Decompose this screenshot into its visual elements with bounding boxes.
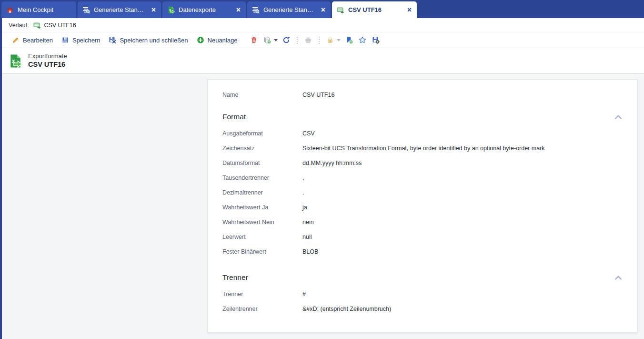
- field-row-zeichensatz: Zeichensatz Sixteen-bit UCS Transformati…: [222, 141, 623, 155]
- field-label: Zeichensatz: [222, 145, 302, 152]
- lock-button[interactable]: [323, 35, 337, 45]
- bookmark-add-button[interactable]: [342, 35, 356, 45]
- field-row-zeilentrenner: Zeilentrenner &#xD; (entspricht Zeilenum…: [222, 301, 623, 316]
- field-row-name: Name CSV UTF16: [222, 87, 623, 102]
- tab-datenexporte[interactable]: x Datenexporte ×: [162, 1, 246, 18]
- field-label: Zeilentrenner: [222, 306, 302, 312]
- save-icon: [61, 36, 69, 44]
- section-header-trenner: Trenner: [222, 268, 623, 287]
- field-row-fester-binaerwert: Fester Binärwert BLOB: [222, 244, 623, 259]
- detail-form-panel: Name CSV UTF16 Format Ausgabeformat CSV …: [208, 79, 637, 333]
- save-settings-button[interactable]: [369, 35, 382, 45]
- tab-generierte-standard-2[interactable]: Generierte Standar... ×: [247, 1, 331, 18]
- field-row-dezimaltrenner: Dezimaltrenner .: [222, 185, 623, 200]
- field-label: Name: [222, 92, 302, 98]
- tab-generierte-standard-1[interactable]: Generierte Standar... ×: [78, 1, 161, 18]
- application-window: Mein Cockpit Generierte Standar... × x D…: [0, 0, 644, 339]
- tab-close-icon[interactable]: ×: [407, 6, 412, 14]
- refresh-button[interactable]: [280, 35, 293, 45]
- excel-export-icon: x: [8, 54, 22, 68]
- field-value: &#xD; (entspricht Zeilenumbruch): [302, 306, 391, 312]
- bookmark-add-icon: [345, 36, 353, 44]
- save-button[interactable]: Speichern: [57, 35, 105, 45]
- field-label: Dezimaltrenner: [222, 189, 302, 196]
- field-label: Tausendertrenner: [222, 175, 302, 181]
- field-row-wahrheitswert-nein: Wahrheitswert Nein nein: [222, 215, 623, 229]
- content-area: Name CSV UTF16 Format Ausgabeformat CSV …: [2, 74, 644, 339]
- printer-icon: [304, 36, 312, 44]
- toolbar-separator: [297, 37, 298, 44]
- copy-dropdown-caret-icon[interactable]: [274, 39, 278, 41]
- tab-mein-cockpit[interactable]: Mein Cockpit: [1, 1, 76, 18]
- delete-button[interactable]: [247, 35, 261, 45]
- pencil-icon: [12, 36, 20, 44]
- export-document-icon: x: [167, 6, 175, 14]
- field-value: ja: [302, 204, 307, 211]
- page-category: Exportformate: [28, 52, 67, 61]
- edit-button-label: Bearbeiten: [23, 37, 53, 44]
- tab-csv-utf16-active[interactable]: CSV UTF16 ×: [332, 1, 417, 18]
- home-icon: [6, 6, 14, 14]
- refresh-icon: [282, 36, 290, 44]
- edit-button[interactable]: Bearbeiten: [8, 35, 57, 45]
- new-record-button-label: Neuanlage: [208, 37, 238, 44]
- tab-close-icon[interactable]: ×: [236, 6, 241, 14]
- page-header-text: Exportformate CSV UTF16: [28, 52, 67, 70]
- tab-label: Generierte Standar...: [94, 6, 147, 13]
- history-bar: Verlauf: CSV UTF16: [2, 18, 644, 32]
- chevron-up-icon[interactable]: [614, 113, 623, 120]
- field-label: Fester Binärwert: [222, 248, 302, 255]
- page-header: x Exportformate CSV UTF16: [2, 48, 644, 74]
- copy-button[interactable]: [261, 35, 274, 45]
- field-label: Ausgabeformat: [222, 130, 302, 137]
- print-button[interactable]: [302, 35, 315, 45]
- section-header-format: Format: [222, 108, 623, 126]
- field-value: dd.MM.yyyy hh:mm:ss: [302, 160, 362, 166]
- new-record-button[interactable]: Neuanlage: [192, 35, 242, 45]
- save-and-close-button-label: Speichern und schließen: [120, 37, 188, 44]
- field-row-trenner: Trenner #: [222, 287, 623, 301]
- copy-add-icon: [263, 36, 271, 44]
- lock-icon: [326, 36, 334, 44]
- trash-icon: [250, 36, 258, 44]
- field-value: nein: [302, 219, 314, 226]
- table-export-icon: [33, 21, 41, 29]
- field-value: BLOB: [302, 248, 318, 255]
- tab-close-icon[interactable]: ×: [321, 6, 326, 14]
- field-row-datumsformat: Datumsformat dd.MM.yyyy hh:mm:ss: [222, 155, 623, 170]
- history-label: Verlauf:: [9, 22, 29, 29]
- tab-label: Datenexporte: [179, 6, 232, 13]
- field-label: Datumsformat: [222, 160, 302, 166]
- tab-label: Mein Cockpit: [18, 6, 71, 13]
- history-item-label: CSV UTF16: [44, 22, 76, 29]
- field-row-ausgabeformat: Ausgabeformat CSV: [222, 126, 623, 141]
- save-gear-icon: [372, 36, 380, 44]
- section-title: Trenner: [222, 273, 248, 282]
- field-value: .: [302, 189, 304, 196]
- field-value: null: [302, 234, 312, 240]
- field-value: CSV: [302, 130, 315, 137]
- save-and-close-button[interactable]: Speichern und schließen: [104, 35, 192, 45]
- field-row-tausendertrenner: Tausendertrenner ,: [222, 170, 623, 185]
- tab-label: CSV UTF16: [348, 6, 403, 13]
- field-row-leerwert: Leerwert null: [222, 229, 623, 244]
- field-value: ,: [302, 175, 304, 181]
- app-body: Verlauf: CSV UTF16 Bearbeiten: [0, 18, 644, 339]
- history-item-csv-utf16[interactable]: CSV UTF16: [33, 21, 76, 29]
- field-label: Wahrheitswert Nein: [222, 219, 302, 226]
- tab-bar: Mein Cockpit Generierte Standar... × x D…: [0, 0, 644, 18]
- field-value: CSV UTF16: [302, 92, 334, 98]
- add-circle-icon: [197, 36, 204, 44]
- toolbar-separator: [319, 37, 320, 44]
- section-title: Format: [222, 113, 246, 121]
- tab-close-icon[interactable]: ×: [151, 6, 156, 14]
- list-search-icon: [82, 6, 90, 14]
- favorite-button[interactable]: [356, 35, 369, 45]
- save-button-label: Speichern: [72, 37, 101, 44]
- lock-dropdown-caret-icon[interactable]: [337, 39, 341, 41]
- tab-label: Generierte Standar...: [263, 6, 317, 13]
- field-value: #: [302, 291, 306, 298]
- chevron-up-icon[interactable]: [614, 274, 623, 281]
- list-search-icon: [252, 6, 260, 14]
- field-label: Trenner: [222, 291, 302, 298]
